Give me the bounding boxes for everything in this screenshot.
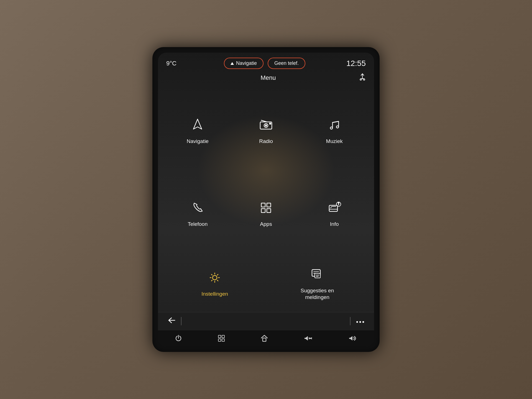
svg-point-11	[336, 126, 339, 128]
screen: 9°C Navigatie Geen telef. 12:55 Menu	[158, 53, 374, 346]
toolbar-divider-right	[350, 317, 351, 325]
toolbar-divider-left	[181, 317, 181, 325]
svg-point-8	[269, 123, 271, 124]
menu-item-instellingen[interactable]: Instellingen	[163, 259, 266, 309]
svg-point-30	[356, 321, 358, 323]
info-icon	[327, 200, 342, 218]
svg-point-32	[362, 321, 364, 323]
svg-rect-35	[222, 335, 224, 338]
power-button[interactable]	[175, 334, 182, 342]
suggestions-icon	[310, 267, 325, 284]
radio-label: Radio	[259, 138, 273, 145]
svg-rect-15	[261, 209, 265, 213]
settings-icon	[207, 270, 222, 287]
menu-item-telefoon[interactable]: Telefoon	[163, 173, 232, 256]
menu-item-info[interactable]: Info	[300, 173, 369, 256]
svg-point-22	[213, 275, 217, 280]
svg-rect-16	[267, 209, 271, 213]
menu-grid-row2: Instellingen Suggesties	[158, 259, 374, 312]
svg-rect-26	[315, 273, 320, 278]
menu-item-apps[interactable]: Apps	[232, 173, 300, 256]
info-label: Info	[330, 221, 339, 228]
suggesties-label: Suggesties en meldingen	[301, 287, 334, 301]
instellingen-label: Instellingen	[201, 291, 228, 298]
temperature: 9°C	[166, 60, 183, 67]
menu-title-row: Menu	[158, 72, 374, 87]
svg-point-2	[360, 79, 362, 80]
svg-point-21	[338, 203, 339, 203]
music-icon	[327, 117, 342, 135]
nav-bar	[158, 330, 374, 346]
menu-item-radio[interactable]: Radio	[232, 89, 300, 173]
svg-rect-34	[218, 335, 221, 338]
apps-label: Apps	[260, 221, 272, 228]
screen-outer: 9°C Navigatie Geen telef. 12:55 Menu	[152, 47, 380, 352]
svg-point-3	[364, 79, 365, 80]
toolbar	[158, 312, 374, 330]
clock: 12:55	[346, 59, 366, 68]
muziek-label: Muziek	[326, 138, 343, 145]
toolbar-search-area	[184, 316, 347, 326]
phone-button-label: Geen telef.	[274, 60, 299, 66]
more-button[interactable]	[353, 317, 367, 326]
svg-marker-39	[305, 336, 308, 341]
header: 9°C Navigatie Geen telef. 12:55	[158, 53, 374, 72]
radio-icon	[259, 117, 273, 135]
header-buttons: Navigatie Geen telef.	[183, 58, 346, 69]
menu-grid-row1: Navigatie Radio	[158, 87, 374, 259]
back-button[interactable]	[165, 316, 178, 327]
volume-up-button[interactable]	[348, 335, 357, 342]
grid-button[interactable]	[218, 334, 225, 342]
svg-rect-38	[263, 338, 266, 341]
svg-rect-13	[261, 203, 265, 207]
telefoon-label: Telefoon	[188, 221, 208, 228]
nav-arrow-icon	[231, 62, 234, 65]
menu-item-navigatie[interactable]: Navigatie	[163, 89, 232, 173]
menu-item-muziek[interactable]: Muziek	[300, 89, 369, 173]
svg-line-12	[332, 121, 339, 122]
svg-marker-4	[193, 119, 202, 129]
car-surround: 9°C Navigatie Geen telef. 12:55 Menu	[0, 0, 532, 399]
usb-icon	[359, 73, 366, 83]
svg-rect-14	[267, 203, 271, 207]
svg-point-10	[330, 127, 332, 129]
navigation-icon	[190, 117, 205, 135]
svg-point-7	[265, 125, 267, 126]
apps-icon	[259, 200, 273, 218]
svg-rect-37	[222, 339, 224, 341]
navigatie-label: Navigatie	[187, 138, 209, 145]
phone-icon	[190, 200, 205, 218]
svg-point-31	[359, 321, 361, 323]
volume-down-button[interactable]	[303, 335, 313, 342]
menu-title: Menu	[177, 74, 359, 81]
svg-marker-42	[349, 336, 352, 341]
navigation-button[interactable]: Navigatie	[224, 58, 264, 69]
svg-rect-36	[218, 339, 221, 341]
home-button[interactable]	[260, 334, 268, 342]
menu-item-suggesties[interactable]: Suggesties en meldingen	[266, 259, 369, 309]
navigation-button-label: Navigatie	[236, 60, 257, 66]
phone-button[interactable]: Geen telef.	[268, 58, 305, 69]
